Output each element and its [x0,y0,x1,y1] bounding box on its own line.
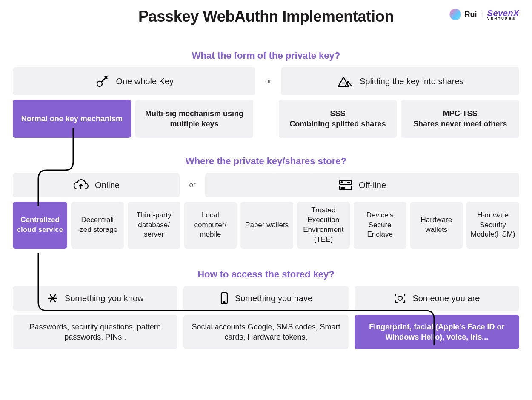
card-biometrics: Fingerprint, facial (Apple's Face ID or … [355,315,519,349]
option-whole-key: One whole Key [13,67,255,95]
option-are-label: Someone you are [412,293,480,304]
card-local-device: Local computer/mobile [184,202,237,249]
card-normal-one-key: Normal one key mechanism [13,100,131,138]
brand-block: Rui | SevenX VENTURES [449,9,519,20]
or-label-2: or [184,173,201,197]
svg-point-6 [341,182,342,183]
svg-line-1 [102,76,108,82]
option-are: Someone you are [355,286,519,311]
svg-point-8 [343,187,344,189]
divider: | [481,11,483,18]
or-label: or [260,67,277,95]
card-sss: SSSCombining splitted shares [279,100,397,138]
svg-point-14 [223,302,225,303]
phone-icon [220,292,229,305]
option-know: Something you know [13,286,177,311]
card-decentralized-storage: Decentrali-zed storage [71,202,124,249]
card-centralized-cloud: Centralized cloud service [13,202,67,249]
triangle-icon [337,74,354,88]
card-third-party-db: Third-party database/server [128,202,180,249]
option-have: Something you have [183,286,348,311]
author-name: Rui [465,10,477,19]
option-online-label: Online [95,180,120,191]
server-icon [338,179,353,191]
card-multisig: Multi-sig mechanism using multiple keys [135,100,254,138]
option-have-label: Something you have [235,293,312,304]
option-online: Online [13,173,180,197]
card-secure-enclave: Device's Secure Enclave [354,202,406,249]
card-social-tokens: Social accounts Google, SMS codes, Smart… [183,315,348,349]
company-logo: SevenX VENTURES [487,9,519,20]
svg-point-0 [97,81,102,86]
avatar [449,9,461,20]
section1-heading: What the form of the private key? [13,50,519,61]
svg-point-7 [341,187,342,189]
option-know-label: Something you know [65,293,144,304]
card-tee: Trusted Execution Environment (TEE) [297,202,350,249]
svg-point-15 [398,296,402,300]
face-scan-icon [394,292,406,305]
key-icon [94,74,110,89]
option-whole-key-label: One whole Key [116,76,174,87]
option-offline-label: Off-line [359,180,386,191]
card-passwords: Passwords, security questions, pattern p… [13,315,177,349]
section3-heading: How to access the stored key? [13,269,519,280]
section2-heading: Where the private key/shares store? [13,156,519,167]
cloud-upload-icon [73,179,89,191]
card-paper-wallets: Paper wallets [240,202,293,249]
asterisk-icon [47,292,59,304]
card-hardware-wallets: Hardware wallets [410,202,463,249]
card-hsm: Hardware Security Module(HSM) [466,202,519,249]
option-split-key: Splitting the key into shares [281,67,519,95]
option-split-key-label: Splitting the key into shares [360,76,464,87]
option-offline: Off-line [205,173,519,197]
card-mpc-tss: MPC-TSSShares never meet others [401,100,519,138]
